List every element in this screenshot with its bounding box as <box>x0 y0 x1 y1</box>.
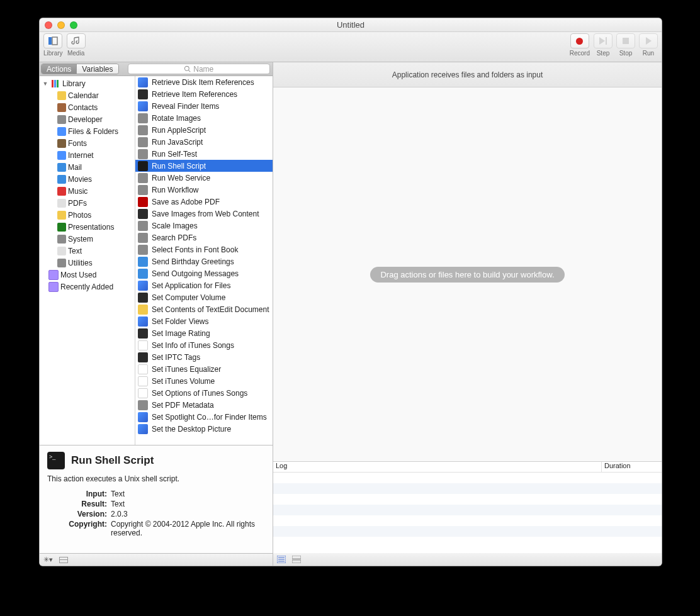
svg-rect-0 <box>48 37 52 45</box>
stop-icon <box>623 38 629 44</box>
action-row[interactable]: Set Application for Files <box>135 279 273 291</box>
action-row[interactable]: Set Folder Views <box>135 315 273 327</box>
log-column-duration[interactable]: Duration <box>602 462 662 472</box>
log-view-icon[interactable] <box>277 556 286 563</box>
search-field[interactable]: Name <box>128 64 271 74</box>
library-group[interactable]: Internet <box>40 149 135 161</box>
actions-tab[interactable]: Actions <box>42 64 76 74</box>
detail-version: 2.0.3 <box>111 510 265 518</box>
run-button[interactable] <box>639 33 658 48</box>
action-label: Set Computer Volume <box>152 293 225 302</box>
record-button[interactable] <box>570 33 589 48</box>
action-row[interactable]: Set Info of iTunes Songs <box>135 339 273 351</box>
action-row[interactable]: Send Birthday Greetings <box>135 255 273 267</box>
action-row[interactable]: Search PDFs <box>135 232 273 244</box>
action-row[interactable]: Set iTunes Equalizer <box>135 363 273 375</box>
action-icon <box>138 89 148 99</box>
left-footer: ✳︎▾ <box>40 553 273 566</box>
action-row[interactable]: Set Options of iTunes Songs <box>135 387 273 399</box>
category-icon <box>57 151 66 160</box>
step-label: Step <box>597 50 610 57</box>
library-smart-folder[interactable]: Recently Added <box>40 281 135 293</box>
library-group[interactable]: Files & Folders <box>40 125 135 137</box>
library-group[interactable]: Calendar <box>40 89 135 101</box>
gear-menu-icon[interactable]: ✳︎▾ <box>43 556 53 564</box>
workflow-canvas[interactable]: Drag actions or files here to build your… <box>273 87 662 461</box>
category-icon <box>57 127 66 136</box>
step-button[interactable] <box>594 33 612 48</box>
action-row[interactable]: Select Fonts in Font Book <box>135 244 273 255</box>
action-row[interactable]: Run Web Service <box>135 172 273 184</box>
window-title: Untitled <box>40 20 662 30</box>
terminal-icon: >_ <box>47 452 65 469</box>
log-rows <box>273 473 662 553</box>
action-row[interactable]: Run AppleScript <box>135 124 273 136</box>
zoom-window-button[interactable] <box>70 21 77 29</box>
action-row[interactable]: Scale Images <box>135 220 273 232</box>
action-row[interactable]: Set PDF Metadata <box>135 399 273 411</box>
action-icon <box>138 161 148 171</box>
action-label: Run Web Service <box>152 174 210 182</box>
library-group[interactable]: Fonts <box>40 137 135 149</box>
action-label: Set Options of iTunes Songs <box>152 389 247 398</box>
stop-button[interactable] <box>616 33 635 48</box>
library-smart-folder[interactable]: Most Used <box>40 269 135 281</box>
action-icon <box>138 424 148 434</box>
workflow-view-icon[interactable] <box>292 556 301 563</box>
svg-rect-5 <box>54 80 56 87</box>
library-group[interactable]: Mail <box>40 161 135 173</box>
library-group[interactable]: Utilities <box>40 257 135 269</box>
library-group[interactable]: Music <box>40 185 135 197</box>
workflow-input-bar[interactable]: Application receives files and folders a… <box>273 62 662 87</box>
library-group[interactable]: PDFs <box>40 197 135 209</box>
log-column-log[interactable]: Log <box>273 462 602 472</box>
action-label: Set iTunes Equalizer <box>152 365 221 374</box>
library-group[interactable]: Contacts <box>40 101 135 113</box>
action-row[interactable]: Send Outgoing Messages <box>135 267 273 279</box>
library-group[interactable]: Text <box>40 245 135 257</box>
library-group[interactable]: System <box>40 233 135 245</box>
action-row[interactable]: Set iTunes Volume <box>135 375 273 387</box>
action-row[interactable]: Run Workflow <box>135 184 273 196</box>
action-row[interactable]: Rotate Images <box>135 112 273 124</box>
library-group[interactable]: Photos <box>40 209 135 221</box>
library-group[interactable]: Developer <box>40 113 135 125</box>
toggle-detail-icon[interactable] <box>59 557 68 563</box>
action-icon <box>138 245 148 255</box>
toolbar: Library Media Record Step <box>40 32 662 62</box>
media-toolbar-button[interactable] <box>67 33 86 48</box>
action-row[interactable]: Set IPTC Tags <box>135 351 273 363</box>
disclosure-triangle-icon[interactable]: ▼ <box>42 81 48 87</box>
action-row[interactable]: Save as Adobe PDF <box>135 196 273 208</box>
action-row[interactable]: Run JavaScript <box>135 136 273 148</box>
action-row[interactable]: Reveal Finder Items <box>135 100 273 112</box>
action-row[interactable]: Set Image Rating <box>135 327 273 339</box>
action-row[interactable]: Save Images from Web Content <box>135 208 273 220</box>
search-icon <box>184 65 191 72</box>
action-label: Scale Images <box>152 221 198 230</box>
actions-list[interactable]: Retrieve Disk Item ReferencesRetrieve It… <box>135 76 273 445</box>
action-row[interactable]: Set the Desktop Picture <box>135 423 273 435</box>
minimize-window-button[interactable] <box>57 21 65 29</box>
action-row[interactable]: Set Spotlight Co…for Finder Items <box>135 411 273 423</box>
detail-input: Text <box>111 490 265 498</box>
library-tree[interactable]: ▼ Library CalendarContactsDeveloperFiles… <box>40 76 135 445</box>
library-toolbar-button[interactable] <box>43 33 62 48</box>
record-icon <box>576 38 583 45</box>
action-icon <box>138 101 148 111</box>
svg-rect-4 <box>52 80 54 87</box>
library-root[interactable]: ▼ Library <box>40 77 135 89</box>
category-icon <box>57 163 66 172</box>
svg-point-2 <box>185 66 189 70</box>
action-row[interactable]: Retrieve Disk Item References <box>135 76 273 88</box>
action-icon <box>138 412 148 422</box>
action-row[interactable]: Set Computer Volume <box>135 291 273 303</box>
library-group[interactable]: Presentations <box>40 221 135 233</box>
action-row[interactable]: Run Self-Test <box>135 148 273 160</box>
action-row[interactable]: Set Contents of TextEdit Document <box>135 303 273 315</box>
close-window-button[interactable] <box>45 21 52 29</box>
library-group[interactable]: Movies <box>40 173 135 185</box>
action-row[interactable]: Retrieve Item References <box>135 88 273 100</box>
variables-tab[interactable]: Variables <box>76 64 118 74</box>
action-row[interactable]: Run Shell Script <box>135 160 273 172</box>
